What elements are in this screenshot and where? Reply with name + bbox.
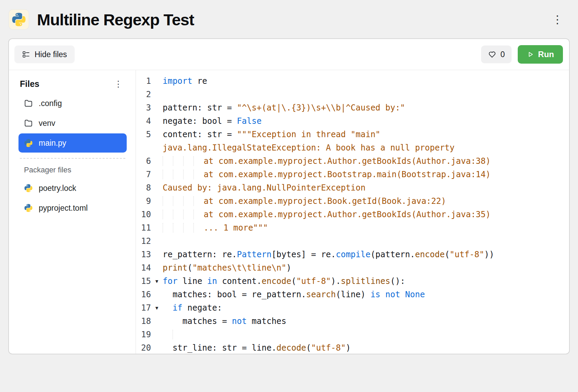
code-line-text: Caused by: java.lang.NullPointerExceptio… (163, 181, 569, 195)
line-number: 16 (136, 288, 151, 301)
code-line: 3pattern: str = "^\s+(at|\.{3})\s+\\b|^C… (136, 101, 569, 115)
workspace-card: Hide files 0 Run Files ⋮ .configvenvmain… (8, 38, 570, 354)
code-line-text: for line in content.encode("utf-8").spli… (163, 275, 569, 288)
code-line: 6 at com.example.myproject.Author.getBoo… (136, 155, 569, 168)
packager-files-heading: Packager files (18, 162, 127, 178)
header-kebab-menu-icon[interactable]: ⋮ (549, 14, 566, 25)
folder-icon (24, 119, 33, 128)
line-number: 4 (136, 115, 151, 128)
packager-file-list: poetry.lockpyproject.toml (18, 179, 127, 218)
code-line-text: at com.example.myproject.Author.getBookI… (163, 155, 569, 168)
code-line: 20 str_line: str = line.decode("utf-8") (136, 341, 569, 354)
code-line: 11 ... 1 more""" (136, 221, 569, 235)
file-name: .config (39, 99, 62, 108)
line-number: 5 (136, 128, 151, 141)
code-line: 13re_pattern: re.Pattern[bytes] = re.com… (136, 248, 569, 261)
line-number: 12 (136, 235, 151, 248)
code-line: 19 (136, 328, 569, 341)
line-number: 11 (136, 221, 151, 235)
files-header: Files ⋮ (18, 78, 127, 93)
code-line: 12 (136, 235, 569, 248)
line-number: 6 (136, 155, 151, 168)
code-line: 16 matches: bool = re_pattern.search(lin… (136, 288, 569, 301)
code-line-text: import re (163, 75, 569, 88)
line-number: 1 (136, 75, 151, 88)
file-list: .configvenvmain.py (18, 94, 127, 153)
code-line-text: pattern: str = "^\s+(at|\.{3})\s+\\b|^Ca… (163, 101, 569, 115)
line-number: 17 (136, 301, 151, 315)
code-line: 1import re (136, 75, 569, 88)
app-root: Multiline Regexp Test ⋮ Hide files 0 Run… (0, 0, 578, 354)
line-number: 15 (136, 275, 151, 288)
line-number: 14 (136, 261, 151, 275)
files-sidebar: Files ⋮ .configvenvmain.py Packager file… (9, 70, 136, 354)
files-kebab-menu-icon[interactable]: ⋮ (112, 79, 125, 89)
likes-button[interactable]: 0 (481, 45, 512, 63)
code-line: 4negate: bool = False (136, 115, 569, 128)
play-icon (527, 51, 534, 58)
sidebar-divider (20, 158, 125, 159)
fold-arrow-icon[interactable]: ▼ (151, 275, 163, 288)
code-line: 7 at com.example.myproject.Bootstrap.mai… (136, 168, 569, 181)
line-number: 3 (136, 101, 151, 115)
file-item-venv[interactable]: venv (18, 114, 127, 133)
code-line: 18 matches = not matches (136, 315, 569, 328)
file-name: venv (39, 119, 55, 128)
hide-files-label: Hide files (35, 50, 67, 59)
code-line-text: at com.example.myproject.Book.getId(Book… (163, 195, 569, 208)
python-logo-badge (9, 10, 29, 29)
code-line-text: at com.example.myproject.Bootstrap.main(… (163, 168, 569, 181)
file-item-poetry.lock[interactable]: poetry.lock (18, 179, 127, 198)
app-header: Multiline Regexp Test ⋮ (0, 0, 578, 38)
likes-count: 0 (501, 50, 505, 59)
toolbar: Hide files 0 Run (9, 39, 569, 70)
code-line: 14print("matches\t\tline\n") (136, 261, 569, 275)
page-title: Multiline Regexp Test (37, 10, 194, 29)
code-line-text: at com.example.myproject.Author.getBookI… (163, 208, 569, 221)
code-line-text: negate: bool = False (163, 115, 569, 128)
code-line: 17▼ if negate: (136, 301, 569, 315)
file-name: poetry.lock (39, 184, 76, 193)
line-number: 2 (136, 88, 151, 101)
code-line: 2 (136, 88, 569, 101)
file-item-pyproject.toml[interactable]: pyproject.toml (18, 198, 127, 218)
line-number: 8 (136, 181, 151, 195)
code-line-text: content: str = """Exception in thread "m… (163, 128, 569, 155)
file-item-.config[interactable]: .config (18, 94, 127, 113)
code-editor[interactable]: 1import re23pattern: str = "^\s+(at|\.{3… (136, 70, 569, 354)
line-number: 18 (136, 315, 151, 328)
python-file-icon (24, 139, 33, 147)
run-label: Run (538, 50, 554, 59)
code-line: 9 at com.example.myproject.Book.getId(Bo… (136, 195, 569, 208)
python-logo-icon (11, 12, 26, 27)
code-line-text: matches: bool = re_pattern.search(line) … (163, 288, 569, 301)
run-button[interactable]: Run (518, 45, 563, 64)
code-line-text: print("matches\t\tline\n") (163, 261, 569, 275)
file-name: main.py (39, 139, 66, 148)
code-line-text: ... 1 more""" (163, 221, 569, 235)
files-panel-icon (22, 50, 30, 58)
line-number: 9 (136, 195, 151, 208)
file-item-main.py[interactable]: main.py (18, 133, 127, 153)
code-line: 15▼for line in content.encode("utf-8").s… (136, 275, 569, 288)
folder-icon (24, 99, 33, 108)
code-line-text: str_line: str = line.decode("utf-8") (163, 341, 569, 354)
python-file-icon (24, 184, 33, 193)
python-file-icon (24, 204, 33, 212)
code-line-text: if negate: (163, 301, 569, 315)
code-line-text: matches = not matches (163, 315, 569, 328)
line-number: 10 (136, 208, 151, 221)
fold-arrow-icon[interactable]: ▼ (151, 301, 163, 315)
code-line: 5content: str = """Exception in thread "… (136, 128, 569, 155)
code-line: 8Caused by: java.lang.NullPointerExcepti… (136, 181, 569, 195)
code-line-text: re_pattern: re.Pattern[bytes] = re.compi… (163, 248, 569, 261)
line-number: 13 (136, 248, 151, 261)
code-line-text (163, 328, 569, 341)
line-number: 19 (136, 328, 151, 341)
file-name: pyproject.toml (39, 204, 88, 213)
hide-files-button[interactable]: Hide files (14, 45, 75, 63)
heart-icon (488, 50, 496, 58)
line-number: 20 (136, 341, 151, 354)
code-line: 10 at com.example.myproject.Author.getBo… (136, 208, 569, 221)
code-lines: 1import re23pattern: str = "^\s+(at|\.{3… (136, 75, 569, 354)
